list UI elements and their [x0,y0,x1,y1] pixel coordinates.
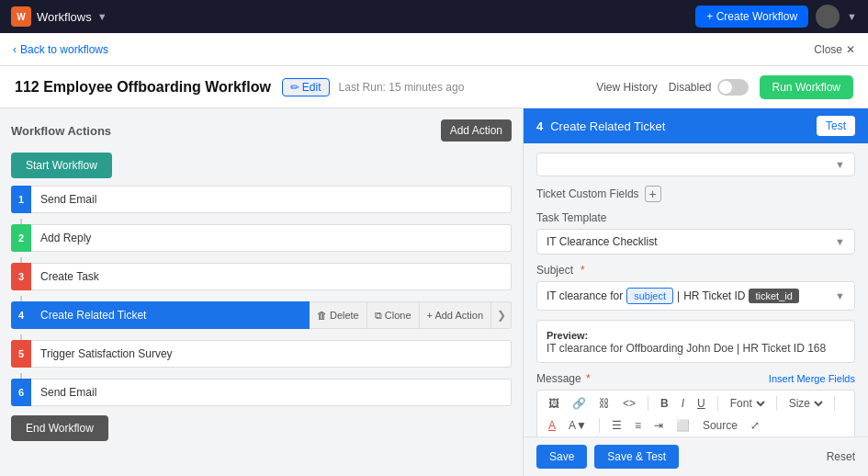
panel-header: Workflow Actions Add Action [11,119,512,142]
test-button[interactable]: Test [817,116,855,136]
task-template-section: Task Template IT Clearance Checklist ▼ [536,211,855,255]
toggle-wrapper: Disabled [669,79,749,96]
workflow-meta: ✏ Edit Last Run: 15 minutes ago [282,78,464,96]
message-header: Message * Insert Merge Fields [536,372,855,385]
subject-chevron-icon: ▼ [835,290,845,301]
app-name: Workflows [37,10,92,24]
insert-merge-fields-button[interactable]: Insert Merge Fields [769,373,855,384]
edit-button[interactable]: ✏ Edit [282,78,330,96]
edit-icon: ✏ [290,81,299,94]
top-nav-right: + Create Workflow ▼ [695,5,857,28]
step-label[interactable]: Send Email [31,379,512,406]
toolbar-underline-button[interactable]: U [693,395,709,412]
footer-left-buttons: Save Save & Test [536,445,679,469]
ticket-type-chevron-icon: ▼ [835,159,845,170]
close-button[interactable]: Close ✕ [814,43,855,56]
task-template-label: Task Template [536,211,855,224]
toolbar-image2-button[interactable]: ⬜ [672,417,693,434]
back-button[interactable]: ‹ Back to workflows [13,43,108,56]
subject-hr-ticket: HR Ticket ID [683,289,745,302]
end-workflow-button[interactable]: End Workflow [11,415,108,441]
toolbar-sep-2 [717,396,718,411]
create-workflow-button[interactable]: + Create Workflow [695,6,808,28]
toolbar-image-button[interactable]: 🖼 [545,395,563,412]
step-number: 5 [11,340,31,368]
step-number: 6 [11,379,31,406]
subject-required: * [581,264,585,277]
disabled-toggle[interactable] [717,79,749,96]
subject-field[interactable]: IT clearance for subject | HR Ticket ID … [536,281,855,311]
step-label[interactable]: Create Related Ticket [31,301,310,329]
subject-label: Subject * [536,264,855,277]
toolbar-fullscreen-button[interactable]: ⤢ [747,417,763,434]
workflow-header-left: 112 Employee Offboarding Workflow ✏ Edit… [15,78,464,96]
subject-tag-ticket-id: ticket_id [749,289,798,303]
message-label: Message * [536,372,591,385]
toolbar-sep-1 [648,396,648,411]
task-template-value: IT Clearance Checklist [547,235,658,248]
top-nav: W Workflows ▼ + Create Workflow ▼ [0,0,868,33]
subject-prefix: IT clearance for [547,289,623,302]
right-panel-step-number: 4 [536,119,543,133]
step-row: 4 Create Related Ticket 🗑 Delete ⧉ Clone… [11,301,512,329]
save-button[interactable]: Save [536,445,587,469]
toolbar-font-color-button[interactable]: A [545,417,559,434]
close-icon: ✕ [846,43,855,56]
add-action-inline-button[interactable]: + Add Action [420,301,491,329]
preview-section: Preview: IT clearance for Offboarding Jo… [536,320,855,363]
toolbar-source-button[interactable]: Source [699,417,741,434]
delete-step-button[interactable]: 🗑 Delete [310,301,367,329]
step-label[interactable]: Create Task [31,263,512,290]
step-row: 2 Add Reply [11,224,512,252]
save-and-test-button[interactable]: Save & Test [594,445,679,469]
clone-step-button[interactable]: ⧉ Clone [367,301,420,329]
step-label[interactable]: Add Reply [31,224,512,252]
avatar[interactable] [816,5,840,28]
add-custom-field-button[interactable]: + [645,186,661,202]
avatar-chevron-icon[interactable]: ▼ [847,11,857,22]
task-template-chevron-icon: ▼ [835,236,845,247]
step-label[interactable]: Send Email [31,186,512,213]
toolbar-indent-button[interactable]: ⇥ [650,417,667,434]
step-item-2: 2 Add Reply [11,224,512,252]
toolbar-highlight-button[interactable]: A▼ [565,417,591,434]
toolbar-list-ul-button[interactable]: ≡ [631,417,645,434]
workflow-title: 112 Employee Offboarding Workflow [15,79,271,96]
toolbar-sep-4 [834,396,835,411]
step-row: 1 Send Email [11,186,512,213]
panel-title: Workflow Actions [11,124,111,138]
font-selector[interactable]: Font [727,396,768,411]
subject-tag-subject: subject [626,288,673,304]
task-template-dropdown[interactable]: IT Clearance Checklist ▼ [536,229,855,255]
view-history-button[interactable]: View History [596,81,657,94]
start-workflow-button[interactable]: Start Workflow [11,153,112,178]
toolbar-code-button[interactable]: <> [619,395,639,412]
toolbar-italic-button[interactable]: I [678,395,688,412]
workflow-header: 112 Employee Offboarding Workflow ✏ Edit… [0,66,868,108]
size-selector[interactable]: Size [785,396,826,411]
last-run-text: Last Run: 15 minutes ago [339,81,465,94]
toggle-label: Disabled [669,81,712,94]
toolbar-unlink-button[interactable]: ⛓ [595,395,614,412]
step-expand-icon[interactable]: ❯ [491,301,512,329]
step-item-3: 3 Create Task [11,263,512,290]
step-label[interactable]: Trigger Satisfaction Survey [31,340,512,368]
left-panel: Workflow Actions Add Action Start Workfl… [0,108,524,476]
nav-chevron-icon[interactable]: ▼ [97,11,107,22]
preview-text: IT clearance for Offboarding John Doe | … [547,342,845,355]
steps-list: 1 Send Email 2 Add Reply 3 Create Task 4… [11,186,512,406]
ticket-type-dropdown[interactable]: ▼ [536,153,855,176]
subject-section: Subject * IT clearance for subject | HR … [536,264,855,311]
toolbar-sep-3 [776,396,777,411]
back-arrow-icon: ‹ [13,43,17,56]
ticket-custom-fields-section: Ticket Custom Fields + [536,186,855,202]
add-action-button[interactable]: Add Action [441,119,512,142]
toolbar-bold-button[interactable]: B [657,395,672,412]
subject-separator: | [677,289,680,302]
right-panel-header: 4 Create Related Ticket Test [524,108,868,143]
toolbar-link-button[interactable]: 🔗 [569,395,590,412]
toolbar-list-ol-button[interactable]: ☰ [608,417,626,434]
reset-button[interactable]: Reset [827,450,855,463]
toggle-knob [719,81,732,94]
run-workflow-button[interactable]: Run Workflow [760,75,853,99]
